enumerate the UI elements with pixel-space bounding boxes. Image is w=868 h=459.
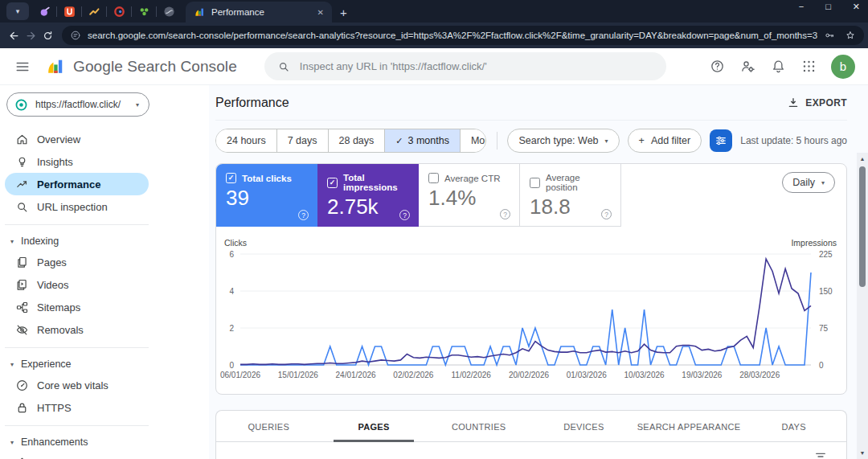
- sidebar-item-videos[interactable]: Videos: [5, 273, 149, 296]
- checkbox[interactable]: ✓: [327, 178, 338, 188]
- pinned-tab-globe-icon[interactable]: [157, 2, 181, 21]
- checkbox[interactable]: [530, 178, 540, 188]
- search-console-logo-icon: [45, 56, 65, 76]
- chart-plot[interactable]: 024607515022506/01/202615/01/202624/01/2…: [240, 254, 811, 365]
- series-total-impressions: [240, 259, 811, 364]
- pinned-tab-gold-trend-icon[interactable]: [82, 2, 106, 21]
- tab-close-icon[interactable]: ✕: [316, 6, 326, 18]
- sidebar-item-url-inspection[interactable]: URL inspection: [5, 195, 149, 218]
- filter-settings-button[interactable]: [710, 129, 732, 152]
- help-icon[interactable]: ?: [399, 210, 410, 220]
- checkbox[interactable]: [428, 173, 439, 183]
- help-icon[interactable]: ?: [500, 209, 510, 219]
- reload-button[interactable]: [42, 26, 54, 45]
- tab-devices[interactable]: DEVICES: [531, 412, 637, 441]
- sidebar-section-indexing[interactable]: ▾Indexing: [0, 232, 209, 251]
- site-info-icon[interactable]: [70, 30, 81, 41]
- tab-queries[interactable]: QUERIES: [216, 412, 321, 441]
- performance-icon: [15, 178, 29, 191]
- google-apps-grid-icon[interactable]: [797, 55, 820, 78]
- search-type-filter[interactable]: Search type: Web ▾: [507, 129, 619, 153]
- new-tab-button[interactable]: +: [340, 6, 347, 19]
- help-icon[interactable]: ?: [298, 210, 309, 220]
- user-settings-icon[interactable]: [736, 55, 759, 78]
- tab-search-appearance[interactable]: SEARCH APPEARANCE: [637, 412, 742, 441]
- browser-tab-performance[interactable]: Performance ✕: [186, 2, 332, 23]
- pinned-tab-comet-icon[interactable]: [32, 2, 56, 21]
- bookmark-star-icon[interactable]: [845, 30, 856, 41]
- chip-more[interactable]: More▾: [460, 129, 486, 152]
- chip-28-days[interactable]: 28 days: [328, 129, 385, 152]
- right-axis-tick: 75: [819, 324, 828, 333]
- account-avatar[interactable]: b: [831, 55, 855, 79]
- window-maximize-button[interactable]: □: [825, 2, 831, 12]
- sidebar-item-insights[interactable]: Insights: [5, 150, 149, 173]
- hamburger-menu-icon[interactable]: [13, 57, 32, 76]
- add-filter-button[interactable]: + Add filter: [628, 129, 702, 153]
- tab-pages[interactable]: PAGES: [321, 412, 427, 441]
- chip-label: 28 days: [339, 135, 375, 146]
- metric-card-average-position[interactable]: Average position18.8?: [520, 164, 621, 227]
- scroll-down-icon[interactable]: ▼: [860, 450, 866, 456]
- sidebar-item-core-web-vitals[interactable]: Core web vitals: [5, 374, 149, 396]
- help-icon[interactable]: ?: [601, 209, 612, 219]
- metric-label: Total impressions: [343, 173, 409, 192]
- notifications-bell-icon[interactable]: [767, 55, 789, 78]
- page-scrollbar[interactable]: ▲ ▼: [857, 153, 868, 459]
- tab-search-button[interactable]: ▾: [6, 2, 29, 20]
- export-label: EXPORT: [805, 97, 847, 109]
- scroll-up-icon[interactable]: ▲: [860, 156, 866, 162]
- chip-7-days[interactable]: 7 days: [276, 129, 328, 152]
- x-axis-tick: 28/03/2026: [739, 371, 780, 379]
- password-key-icon[interactable]: [824, 30, 835, 41]
- right-axis-tick: 225: [819, 250, 833, 259]
- back-button[interactable]: [8, 26, 20, 45]
- sidebar-item-faq[interactable]: FAQ: [5, 452, 149, 459]
- search-console-logo[interactable]: Google Search Console: [45, 56, 237, 76]
- sidebar-item-pages[interactable]: Pages: [5, 251, 149, 273]
- sidebar-item-performance[interactable]: Performance: [5, 173, 149, 195]
- url-inspect-input[interactable]: [300, 60, 653, 72]
- forward-button[interactable]: [25, 26, 37, 45]
- metric-card-total-impressions[interactable]: ✓Total impressions2.75k?: [317, 164, 419, 227]
- sidebar-item-removals[interactable]: Removals: [5, 318, 149, 341]
- granularity-select[interactable]: Daily ▾: [782, 172, 835, 193]
- sidebar-item-overview[interactable]: Overview: [5, 128, 149, 150]
- export-button[interactable]: EXPORT: [787, 96, 847, 109]
- scrollbar-thumb[interactable]: [859, 166, 866, 287]
- pages-icon: [15, 256, 29, 269]
- pinned-tab-cluster-icon[interactable]: [132, 2, 156, 21]
- section-label: Experience: [21, 359, 72, 370]
- address-bar[interactable]: search.google.com/search-console/perform…: [62, 26, 864, 45]
- browser-toolbar: search.google.com/search-console/perform…: [0, 23, 868, 48]
- pinned-tab-u-icon[interactable]: [57, 2, 81, 21]
- table-filter-icon[interactable]: [814, 450, 827, 459]
- tab-days[interactable]: DAYS: [741, 412, 846, 441]
- window-minimize-button[interactable]: −: [799, 2, 804, 12]
- chip-3-months[interactable]: ✓3 months: [384, 129, 460, 152]
- pinned-tabs: [32, 0, 181, 23]
- sidebar-section-experience[interactable]: ▾Experience: [0, 354, 209, 374]
- metric-card-total-clicks[interactable]: ✓Total clicks39?: [216, 164, 317, 227]
- window-close-button[interactable]: ✕: [853, 2, 860, 12]
- property-selector[interactable]: https://factflow.click/ ▾: [6, 92, 149, 117]
- sidebar-section-enhancements[interactable]: ▾Enhancements: [0, 432, 209, 452]
- left-axis-tick: 2: [229, 324, 234, 333]
- sitemap-icon: [15, 301, 29, 314]
- metric-card-average-ctr[interactable]: Average CTR1.4%?: [419, 164, 520, 227]
- product-name: Google Search Console: [73, 58, 237, 76]
- help-icon[interactable]: [706, 55, 728, 78]
- pinned-tab-target-icon[interactable]: [107, 2, 131, 21]
- tab-countries[interactable]: COUNTRIES: [426, 412, 531, 441]
- chip-24-hours[interactable]: 24 hours: [216, 129, 276, 152]
- sidebar-item-https[interactable]: HTTPS: [5, 396, 149, 419]
- left-axis-title: Clicks: [224, 238, 247, 248]
- checkbox[interactable]: ✓: [226, 173, 236, 183]
- x-axis-tick: 24/01/2026: [336, 371, 376, 379]
- url-inspect-searchbox[interactable]: [264, 52, 666, 80]
- url-text[interactable]: search.google.com/search-console/perform…: [88, 31, 817, 40]
- tab-label: PAGES: [358, 422, 389, 432]
- app-header: Google Search Console b: [0, 48, 868, 85]
- dimensions-table-card: QUERIESPAGESCOUNTRIESDEVICESSEARCH APPEA…: [215, 410, 847, 459]
- sidebar-item-sitemaps[interactable]: Sitemaps: [5, 296, 149, 318]
